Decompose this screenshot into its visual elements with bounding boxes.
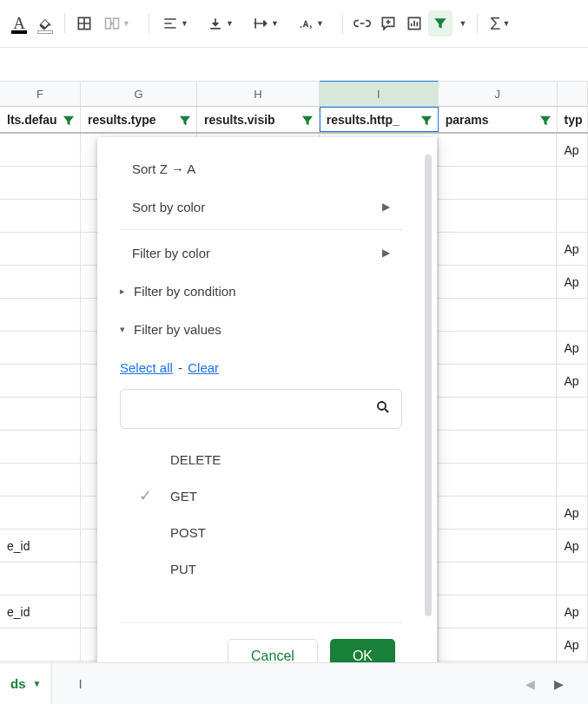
cell[interactable]: Ap (557, 233, 588, 266)
cell[interactable] (439, 628, 558, 661)
cell[interactable] (439, 398, 558, 431)
popup-scrollbar[interactable] (425, 155, 432, 616)
filter-value-option[interactable]: ✓DELETE (120, 441, 402, 477)
filter-views-button[interactable]: ▼ (454, 10, 470, 36)
cell[interactable]: Ap (557, 530, 588, 563)
functions-button[interactable]: Σ ▼ (485, 10, 528, 36)
field-header[interactable]: results.visib (197, 107, 320, 132)
fill-color-button[interactable] (33, 10, 57, 36)
borders-button[interactable] (72, 10, 96, 36)
column-header[interactable]: I (320, 81, 439, 107)
cell[interactable] (0, 299, 81, 332)
vertical-align-button[interactable]: ▼ (202, 10, 245, 36)
cell[interactable] (0, 431, 81, 464)
column-header[interactable]: F (0, 81, 81, 107)
cell[interactable]: Ap (557, 595, 588, 628)
filter-active-icon[interactable] (300, 113, 314, 127)
cell[interactable]: Ap (557, 497, 588, 530)
field-header[interactable]: results.type (81, 107, 197, 132)
cell[interactable] (0, 134, 81, 167)
cell[interactable] (0, 167, 81, 200)
column-header[interactable] (558, 81, 588, 107)
filter-active-icon[interactable] (419, 113, 433, 127)
sort-z-a[interactable]: Sort Z → A (120, 149, 402, 188)
cell[interactable] (439, 530, 558, 563)
filter-value-option[interactable]: ✓POST (120, 514, 402, 550)
cell[interactable] (0, 628, 81, 661)
cell[interactable] (557, 200, 588, 233)
insert-comment-button[interactable] (376, 10, 400, 36)
caret-down-icon: ▼ (181, 19, 188, 28)
column-header[interactable]: J (439, 81, 558, 107)
filter-value-option[interactable]: ✓PUT (120, 550, 402, 587)
filter-search-box[interactable] (120, 389, 402, 429)
filter-by-color[interactable]: Filter by color ▶ (120, 234, 402, 272)
cell[interactable]: Ap (557, 134, 588, 167)
field-header[interactable]: typ (558, 107, 588, 132)
cell[interactable] (557, 563, 588, 595)
cell[interactable] (439, 167, 558, 200)
column-header[interactable]: G (81, 81, 197, 107)
cell[interactable] (439, 563, 558, 595)
cell[interactable] (439, 299, 558, 332)
filter-active-icon[interactable] (61, 113, 75, 127)
cell[interactable] (0, 497, 81, 530)
cell[interactable] (439, 233, 558, 266)
cell[interactable] (439, 497, 558, 530)
field-header[interactable]: params (439, 107, 558, 132)
text-wrap-button[interactable]: ▼ (247, 10, 290, 36)
scroll-right-icon[interactable]: ▶ (554, 677, 564, 691)
filter-active-icon[interactable] (177, 113, 191, 127)
cell[interactable] (0, 200, 81, 233)
insert-chart-button[interactable] (402, 10, 426, 36)
column-header[interactable]: H (197, 81, 320, 107)
select-all-link[interactable]: Select all (120, 360, 173, 375)
cell[interactable]: Ap (557, 332, 588, 365)
column-headers: FGHIJ (0, 81, 588, 107)
cell[interactable] (0, 266, 81, 299)
cell[interactable] (0, 233, 81, 266)
cell[interactable] (0, 332, 81, 365)
cell[interactable] (0, 464, 81, 497)
cell[interactable]: e_id (0, 595, 81, 628)
text-color-button[interactable]: A (7, 10, 31, 36)
filter-search-input[interactable] (131, 400, 368, 418)
cell[interactable] (439, 464, 558, 497)
cell[interactable] (439, 431, 558, 464)
cell[interactable] (557, 299, 588, 332)
horizontal-align-button[interactable]: ▼ (156, 10, 200, 36)
scroll-left-icon[interactable]: ◀ (525, 677, 535, 691)
filter-value-option[interactable]: ✓GET (120, 477, 402, 514)
link-icon (353, 15, 371, 32)
cell[interactable] (557, 398, 588, 431)
cell[interactable] (439, 365, 558, 398)
cell[interactable] (557, 167, 588, 200)
filter-by-values[interactable]: ▾Filter by values (120, 310, 402, 348)
cell[interactable]: e_id (0, 530, 81, 563)
sort-by-color[interactable]: Sort by color ▶ (120, 188, 402, 226)
cell[interactable]: Ap (557, 628, 588, 661)
cell[interactable] (439, 266, 558, 299)
cell[interactable] (439, 332, 558, 365)
filter-active-icon[interactable] (538, 113, 552, 127)
cell[interactable] (0, 365, 81, 398)
filter-by-condition[interactable]: ▸Filter by condition (120, 272, 402, 310)
clear-link[interactable]: Clear (188, 360, 219, 375)
cell[interactable] (0, 563, 81, 595)
cell[interactable] (439, 200, 558, 233)
text-rotation-button[interactable]: ▼ (292, 10, 335, 36)
cell[interactable] (0, 398, 81, 431)
cell[interactable] (557, 464, 588, 497)
cell[interactable]: Ap (557, 266, 588, 299)
next-sheet-tab[interactable]: I (68, 663, 92, 704)
active-sheet-tab[interactable]: ds ▼ (0, 663, 52, 704)
insert-link-button[interactable] (350, 10, 374, 36)
cell[interactable] (439, 134, 558, 167)
field-header[interactable]: results.http_ (320, 107, 439, 132)
filter-button[interactable] (428, 10, 453, 36)
cell[interactable] (439, 595, 558, 628)
field-header[interactable]: lts.defau (0, 107, 81, 132)
cell[interactable] (557, 431, 588, 464)
cell[interactable]: Ap (557, 365, 588, 398)
merge-cells-button[interactable]: ▼ (98, 10, 142, 36)
